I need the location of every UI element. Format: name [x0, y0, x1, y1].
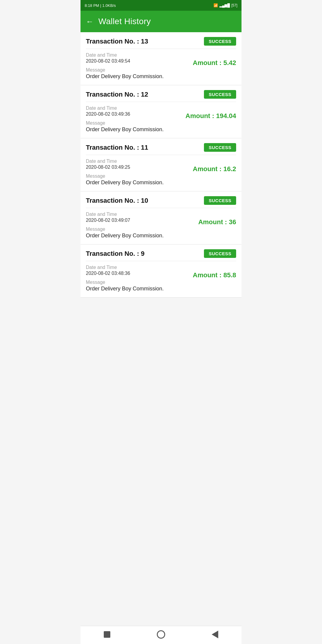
amount-label [193, 53, 236, 58]
message-label: Message [86, 280, 190, 285]
transaction-card-4: Transaction No. : 10 SUCCESS Date and Ti… [80, 191, 242, 244]
transaction-right-col: Amount : 5.42 [193, 52, 236, 67]
transaction-number: Transaction No. : 10 [86, 197, 148, 205]
transaction-number: Transaction No. : 13 [86, 38, 148, 45]
transaction-right-col: Amount : 16.2 [193, 159, 236, 173]
message-label: Message [86, 174, 190, 179]
amount-value: Amount : 194.04 [185, 112, 236, 120]
amount-label [185, 106, 236, 112]
status-badge: SUCCESS [204, 196, 236, 205]
message-label: Message [86, 67, 190, 73]
amount-value: Amount : 36 [198, 218, 236, 226]
date-value: 2020-08-02 03:49:54 [86, 58, 190, 64]
transaction-header: Transaction No. : 10 SUCCESS [86, 196, 236, 208]
date-label: Date and Time [86, 159, 190, 164]
transaction-body: Date and Time 2020-08-02 03:49:54 Messag… [86, 52, 236, 80]
transaction-card-1: Transaction No. : 13 SUCCESS Date and Ti… [80, 32, 242, 85]
transaction-right-col: Amount : 36 [198, 212, 236, 226]
transaction-right-col: Amount : 85.8 [193, 265, 236, 279]
wifi-icon: 📶 [213, 3, 218, 7]
page-title: Wallet History [98, 17, 151, 26]
status-bar: 8:18 PM | 1.0KB/s 📶 ▂▄▆█ [57] [80, 0, 242, 11]
date-value: 2020-08-02 03:48:36 [86, 271, 190, 276]
transaction-header: Transaction No. : 9 SUCCESS [86, 249, 236, 261]
date-label: Date and Time [86, 265, 190, 270]
amount-value: Amount : 16.2 [193, 165, 236, 173]
transaction-body: Date and Time 2020-08-02 03:49:36 Messag… [86, 106, 236, 133]
status-badge: SUCCESS [204, 37, 236, 46]
amount-label [198, 212, 236, 218]
transaction-header: Transaction No. : 11 SUCCESS [86, 143, 236, 155]
message-label: Message [86, 120, 182, 126]
status-icons: 📶 ▂▄▆█ [57] [213, 3, 237, 7]
status-badge: SUCCESS [204, 143, 236, 152]
status-badge: SUCCESS [204, 249, 236, 258]
signal-icon: ▂▄▆█ [219, 3, 230, 7]
transaction-number: Transaction No. : 12 [86, 91, 148, 98]
status-badge: SUCCESS [204, 90, 236, 99]
message-label: Message [86, 227, 195, 232]
transaction-header: Transaction No. : 13 SUCCESS [86, 37, 236, 49]
date-label: Date and Time [86, 212, 195, 217]
date-label: Date and Time [86, 106, 182, 111]
transaction-card-5: Transaction No. : 9 SUCCESS Date and Tim… [80, 244, 242, 298]
transaction-left-col: Date and Time 2020-08-02 03:49:07 Messag… [86, 212, 195, 239]
transaction-body: Date and Time 2020-08-02 03:48:36 Messag… [86, 265, 236, 292]
back-button[interactable]: ← [86, 18, 94, 25]
date-label: Date and Time [86, 52, 190, 58]
amount-value: Amount : 85.8 [193, 271, 236, 279]
transaction-number: Transaction No. : 11 [86, 144, 148, 151]
message-value: Order Delivery Boy Commission. [86, 73, 190, 80]
message-value: Order Delivery Boy Commission. [86, 179, 190, 186]
message-value: Order Delivery Boy Commission. [86, 286, 190, 292]
status-time: 8:18 PM | 1.0KB/s [85, 3, 116, 8]
transaction-left-col: Date and Time 2020-08-02 03:48:36 Messag… [86, 265, 190, 292]
transaction-body: Date and Time 2020-08-02 03:49:25 Messag… [86, 159, 236, 186]
transaction-left-col: Date and Time 2020-08-02 03:49:54 Messag… [86, 52, 190, 80]
transaction-number: Transaction No. : 9 [86, 250, 145, 258]
transaction-left-col: Date and Time 2020-08-02 03:49:36 Messag… [86, 106, 182, 133]
date-value: 2020-08-02 03:49:25 [86, 165, 190, 170]
date-value: 2020-08-02 03:49:07 [86, 218, 195, 223]
amount-label [193, 159, 236, 165]
app-header: ← Wallet History [80, 11, 242, 32]
transaction-right-col: Amount : 194.04 [185, 106, 236, 120]
amount-label [193, 265, 236, 271]
transaction-card-2: Transaction No. : 12 SUCCESS Date and Ti… [80, 85, 242, 138]
message-value: Order Delivery Boy Commission. [86, 126, 182, 133]
date-value: 2020-08-02 03:49:36 [86, 112, 182, 117]
transaction-left-col: Date and Time 2020-08-02 03:49:25 Messag… [86, 159, 190, 186]
transaction-header: Transaction No. : 12 SUCCESS [86, 90, 236, 102]
battery-icon: [57] [231, 3, 237, 7]
transaction-body: Date and Time 2020-08-02 03:49:07 Messag… [86, 212, 236, 239]
transaction-card-3: Transaction No. : 11 SUCCESS Date and Ti… [80, 138, 242, 191]
amount-value: Amount : 5.42 [193, 59, 236, 67]
transaction-list: Transaction No. : 13 SUCCESS Date and Ti… [80, 32, 242, 298]
message-value: Order Delivery Boy Commission. [86, 233, 195, 239]
